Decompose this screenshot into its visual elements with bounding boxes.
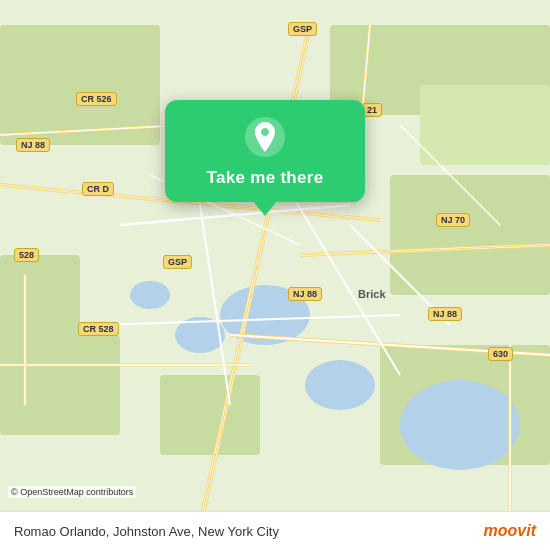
road-label-nj88-right: NJ 88 — [428, 307, 462, 321]
road-label-nj88-left: NJ 88 — [16, 138, 50, 152]
location-label: Romao Orlando, Johnston Ave, New York Ci… — [14, 524, 279, 539]
moovit-logo-text: moovit — [484, 522, 536, 540]
road-label-gsp-mid: GSP — [163, 255, 192, 269]
road-label-nj88-mid: NJ 88 — [288, 287, 322, 301]
svg-point-12 — [130, 281, 170, 309]
bottom-bar-info: Romao Orlando, Johnston Ave, New York Ci… — [14, 524, 279, 539]
road-label-528: 528 — [14, 248, 39, 262]
road-label-r21: 21 — [362, 103, 382, 117]
road-label-cr528: CR 528 — [78, 322, 119, 336]
road-label-gsp-top: GSP — [288, 22, 317, 36]
road-label-cr-d: CR D — [82, 182, 114, 196]
location-pin-icon — [244, 116, 286, 158]
map-roads — [0, 0, 550, 550]
take-me-there-button[interactable]: Take me there — [207, 168, 324, 188]
popup-card[interactable]: Take me there — [165, 100, 365, 202]
svg-rect-2 — [390, 175, 550, 295]
road-label-nj70: NJ 70 — [436, 213, 470, 227]
bottom-bar: Romao Orlando, Johnston Ave, New York Ci… — [0, 511, 550, 550]
place-label-brick: Brick — [358, 288, 386, 300]
map-container: GSP CR 526 NJ 88 CR D NJ 70 528 GSP NJ 8… — [0, 0, 550, 550]
road-label-cr526: CR 526 — [76, 92, 117, 106]
svg-rect-4 — [0, 335, 120, 435]
osm-attribution: © OpenStreetMap contributors — [8, 486, 136, 498]
road-label-630: 630 — [488, 347, 513, 361]
svg-rect-7 — [160, 375, 260, 455]
svg-point-10 — [400, 380, 520, 470]
svg-point-9 — [305, 360, 375, 410]
svg-rect-6 — [420, 85, 550, 165]
moovit-logo: moovit — [484, 522, 536, 540]
